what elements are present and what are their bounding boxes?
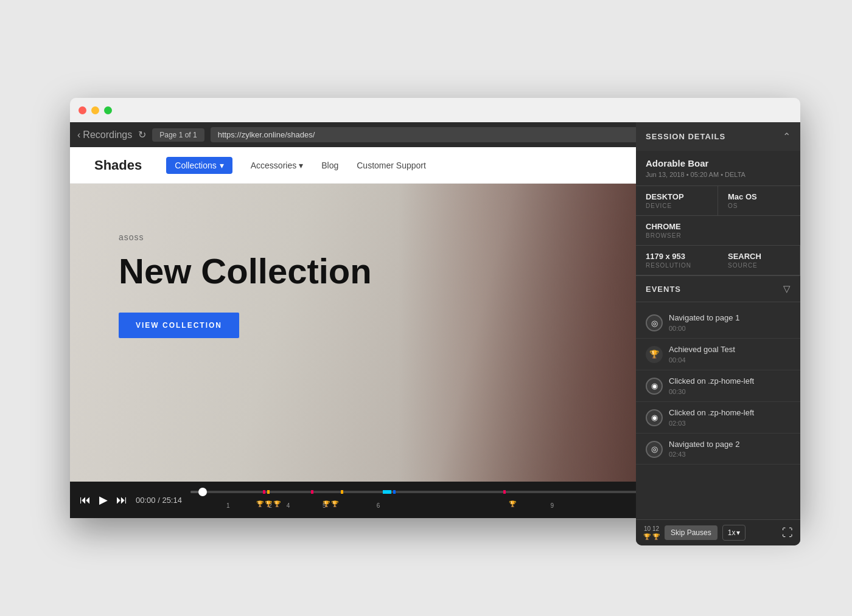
- hero-content: asoss New Collection VIEW COLLECTION: [70, 184, 800, 387]
- current-time: 00:00: [136, 496, 156, 505]
- hero-subtitle: asoss: [119, 232, 752, 242]
- back-label: Recordings: [83, 130, 132, 140]
- nav-support[interactable]: Customer Support: [357, 161, 426, 170]
- event-item[interactable]: ◎ Navigated to page 2 02:43: [636, 434, 800, 465]
- minimize-btn[interactable]: [91, 106, 99, 114]
- fullscreen-button[interactable]: ⛶: [782, 527, 793, 539]
- nav-collections[interactable]: Collections ▾: [166, 157, 232, 174]
- session-meta: Jun 13, 2018 • 05:20 AM • DELTA: [646, 171, 791, 178]
- trophy-icon: 🏆: [643, 533, 651, 540]
- event-item[interactable]: ◉ Clicked on .zp-home-left 02:03: [636, 402, 800, 434]
- view-collection-button[interactable]: VIEW COLLECTION: [119, 313, 239, 338]
- maximize-btn[interactable]: [104, 106, 112, 114]
- collapse-button[interactable]: ⌃: [783, 131, 791, 142]
- event-name: Clicked on .zp-home-left: [669, 408, 754, 418]
- session-name: Adorable Boar: [646, 158, 791, 168]
- skip-forward-button[interactable]: ⏭: [116, 494, 127, 505]
- chevron-down-icon: ▾: [736, 528, 740, 537]
- player-time: 00:00 / 25:14: [136, 496, 182, 505]
- session-bottom-bar: 10 12 🏆 🏆 Skip Pauses 1x ▾ ⛶: [636, 519, 800, 545]
- session-header: SESSION DETAILS ⌃: [636, 122, 800, 151]
- back-button[interactable]: ‹ Recordings: [77, 130, 132, 140]
- event-time: 02:43: [669, 451, 739, 458]
- chevron-left-icon: ‹: [77, 130, 80, 140]
- title-bar: [70, 98, 800, 122]
- session-info: Adorable Boar Jun 13, 2018 • 05:20 AM • …: [636, 151, 800, 186]
- speed-button[interactable]: 1x ▾: [722, 525, 746, 541]
- click-icon: ◉: [646, 409, 663, 426]
- trophy-icon: 🏆: [652, 533, 660, 540]
- event-name: Navigated to page 2: [669, 440, 739, 450]
- chevron-down-icon: ▾: [299, 161, 303, 170]
- site-logo: Shades: [94, 157, 142, 173]
- navigate-icon: ◎: [646, 441, 663, 458]
- bottom-markers: 10 12 🏆 🏆: [643, 525, 660, 540]
- page-indicator: Page 1 of 1: [152, 128, 204, 142]
- session-panel-title: SESSION DETAILS: [646, 132, 725, 141]
- event-time: 02:03: [669, 420, 754, 427]
- play-button[interactable]: ▶: [99, 494, 108, 505]
- hero-title: New Collection: [119, 252, 752, 291]
- nav-blog[interactable]: Blog: [321, 161, 338, 170]
- skip-pauses-button[interactable]: Skip Pauses: [665, 525, 718, 540]
- timeline-thumb[interactable]: [198, 488, 207, 496]
- nav-accessories[interactable]: Accessories ▾: [251, 161, 303, 170]
- total-time: 25:14: [162, 496, 182, 505]
- skip-back-button[interactable]: ⏮: [80, 494, 91, 505]
- chevron-down-icon: ▾: [220, 161, 224, 170]
- event-time: 00:30: [669, 388, 754, 395]
- close-btn[interactable]: [79, 106, 86, 114]
- refresh-button[interactable]: ↻: [138, 129, 146, 140]
